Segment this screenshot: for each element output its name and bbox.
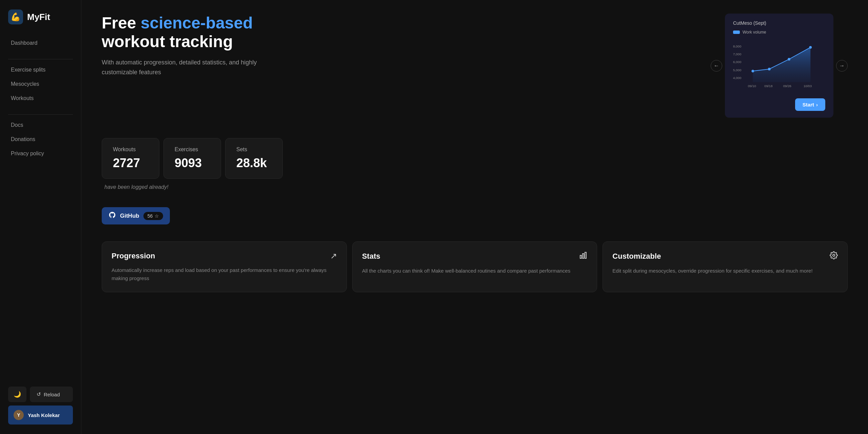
user-name: Yash Kolekar xyxy=(28,412,60,418)
chart-prev-button[interactable]: ← xyxy=(711,60,722,72)
sidebar-item-mesocycles[interactable]: Mesocycles xyxy=(8,78,73,91)
github-stars-badge: 56 ☆ xyxy=(143,212,163,220)
svg-point-6 xyxy=(751,70,754,73)
nav-primary-section: Dashboard xyxy=(8,37,73,50)
feature-header-customizable: Customizable xyxy=(612,251,838,261)
svg-text:4,000: 4,000 xyxy=(733,76,742,80)
github-label: GitHub xyxy=(120,213,139,219)
svg-text:7,000: 7,000 xyxy=(733,52,742,56)
github-badge[interactable]: GitHub 56 ☆ xyxy=(102,207,170,224)
stat-card-sets: Sets 28.8k xyxy=(225,138,283,179)
chart-card: CutMeso (Sept) Work volume 8,000 7,000 6… xyxy=(725,14,833,118)
svg-point-17 xyxy=(833,254,835,256)
nav-divider-1 xyxy=(8,59,73,59)
dark-mode-button[interactable]: 🌙 xyxy=(8,387,26,402)
features-section: Progression ↗ Automatically increase rep… xyxy=(102,241,848,292)
stat-value-workouts: 2727 xyxy=(113,156,148,170)
svg-text:09/26: 09/26 xyxy=(783,84,791,88)
logo-area: 💪 MyFit xyxy=(8,9,73,24)
progression-icon: ↗ xyxy=(330,251,337,261)
hero-title-prefix: Free xyxy=(102,14,141,32)
logo-icon: 💪 xyxy=(8,9,23,24)
feature-card-progression: Progression ↗ Automatically increase rep… xyxy=(102,241,347,292)
feature-title-progression: Progression xyxy=(112,252,155,260)
feature-desc-progression: Automatically increase reps and load bas… xyxy=(112,266,337,282)
svg-text:09/18: 09/18 xyxy=(764,84,772,88)
sidebar-item-workouts[interactable]: Workouts xyxy=(8,92,73,105)
hero-title: Free science-basedworkout tracking xyxy=(102,14,271,51)
feature-title-customizable: Customizable xyxy=(612,252,661,261)
avatar: Y xyxy=(14,410,24,420)
sidebar: 💪 MyFit Dashboard Exercise splits Mesocy… xyxy=(0,0,81,434)
stat-value-sets: 28.8k xyxy=(236,156,272,170)
feature-header-progression: Progression ↗ xyxy=(112,251,337,261)
svg-rect-16 xyxy=(585,252,586,258)
github-icon xyxy=(108,211,116,220)
chart-next-button[interactable]: → xyxy=(836,60,848,72)
feature-card-stats: Stats All the charts you can think of! M… xyxy=(352,241,597,292)
sidebar-item-docs[interactable]: Docs xyxy=(8,119,73,132)
nav-secondary-section: Exercise splits Mesocycles Workouts xyxy=(8,63,73,105)
feature-title-stats: Stats xyxy=(362,252,380,261)
hero-title-suffix: workout tracking xyxy=(102,33,233,51)
action-buttons-row: 🌙 ↺ Reload xyxy=(8,387,73,402)
feature-card-customizable: Customizable Edit split during mesocycle… xyxy=(603,241,848,292)
main-content: Free science-basedworkout tracking With … xyxy=(81,0,868,434)
logo-text: MyFit xyxy=(27,12,50,22)
svg-point-7 xyxy=(768,68,771,71)
gear-icon xyxy=(830,251,838,261)
muscle-icon: 💪 xyxy=(11,12,21,22)
hero-title-highlight: science-based xyxy=(141,14,253,32)
work-volume-chart: 8,000 7,000 6,000 5,000 4,000 xyxy=(733,39,825,93)
legend-label: Work volume xyxy=(743,30,766,35)
hero-section: Free science-basedworkout tracking With … xyxy=(102,14,848,118)
stats-icon xyxy=(579,251,587,261)
chart-legend: Work volume xyxy=(733,30,825,35)
svg-rect-15 xyxy=(583,254,584,258)
sidebar-item-donations[interactable]: Donations xyxy=(8,133,73,146)
stat-card-workouts: Workouts 2727 xyxy=(102,138,159,179)
svg-text:8,000: 8,000 xyxy=(733,44,742,48)
stats-section: Workouts 2727 Exercises 9093 Sets 28.8k … xyxy=(102,138,848,190)
stats-caption: have been logged already! xyxy=(104,184,848,190)
nav-tertiary-section: Docs Donations Privacy policy xyxy=(8,119,73,160)
reload-label: Reload xyxy=(44,392,60,397)
hero-subtitle: With automatic progression, detailed sta… xyxy=(102,58,271,77)
reload-icon: ↺ xyxy=(37,391,41,397)
stat-label-sets: Sets xyxy=(236,146,272,153)
sidebar-item-exercise-splits[interactable]: Exercise splits xyxy=(8,63,73,76)
sidebar-bottom: 🌙 ↺ Reload Y Yash Kolekar xyxy=(8,387,73,425)
stat-card-exercises: Exercises 9093 xyxy=(163,138,221,179)
chart-title: CutMeso (Sept) xyxy=(733,20,825,26)
user-profile-button[interactable]: Y Yash Kolekar xyxy=(8,406,73,425)
start-button[interactable]: Start › xyxy=(795,98,825,111)
stat-label-workouts: Workouts xyxy=(113,146,148,153)
sidebar-item-privacy-policy[interactable]: Privacy policy xyxy=(8,147,73,160)
stat-value-exercises: 9093 xyxy=(175,156,210,170)
svg-marker-5 xyxy=(753,47,810,82)
start-arrow-icon: › xyxy=(816,102,818,107)
svg-text:09/10: 09/10 xyxy=(748,84,756,88)
svg-text:10/03: 10/03 xyxy=(804,84,812,88)
star-icon: ☆ xyxy=(155,213,159,219)
hero-text: Free science-basedworkout tracking With … xyxy=(102,14,271,77)
github-stars-count: 56 xyxy=(147,213,153,219)
feature-desc-stats: All the charts you can think of! Make we… xyxy=(362,267,588,275)
reload-button[interactable]: ↺ Reload xyxy=(30,387,73,402)
feature-desc-customizable: Edit split during mesocycles, override p… xyxy=(612,267,838,275)
svg-rect-14 xyxy=(580,255,581,258)
svg-point-9 xyxy=(809,46,812,49)
start-label: Start xyxy=(803,102,814,107)
stats-row: Workouts 2727 Exercises 9093 Sets 28.8k xyxy=(102,138,848,179)
feature-header-stats: Stats xyxy=(362,251,588,261)
sidebar-item-dashboard[interactable]: Dashboard xyxy=(8,37,73,50)
legend-dot xyxy=(733,31,740,34)
svg-point-8 xyxy=(788,58,790,61)
svg-text:5,000: 5,000 xyxy=(733,68,742,72)
svg-text:6,000: 6,000 xyxy=(733,60,742,64)
stat-label-exercises: Exercises xyxy=(175,146,210,153)
nav-divider-2 xyxy=(8,114,73,115)
